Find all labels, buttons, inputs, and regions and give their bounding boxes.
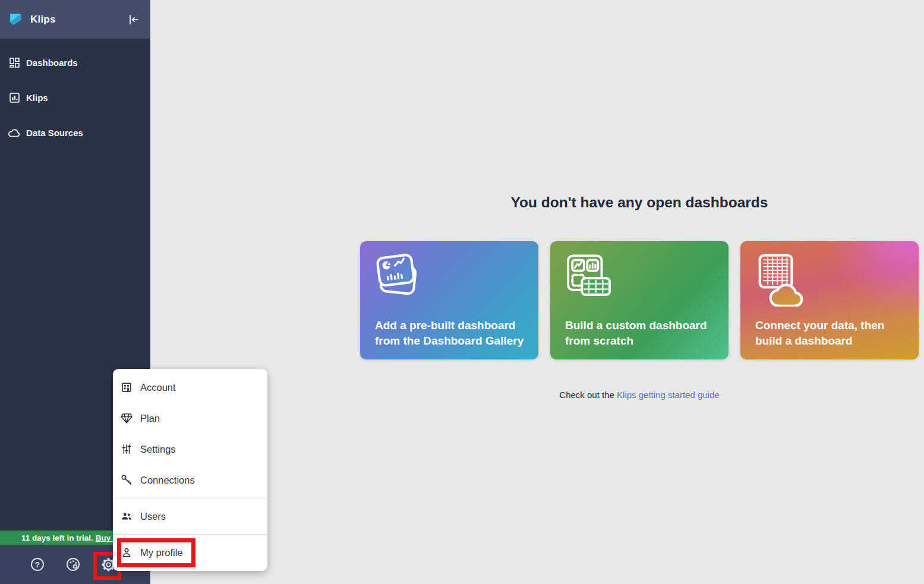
menu-item-label: Users: [140, 511, 166, 522]
menu-item-account[interactable]: Account: [113, 372, 267, 403]
card-label: Build a custom dashboard from scratch: [565, 318, 714, 349]
card-label: Add a pre-built dashboard from the Dashb…: [375, 318, 524, 349]
bar-chart-icon: [8, 91, 21, 105]
sliders-icon: [120, 443, 133, 456]
menu-item-users[interactable]: Users: [113, 501, 267, 532]
menu-item-label: Plan: [140, 413, 160, 424]
note-prefix: Check out the: [559, 390, 617, 400]
getting-started-guide-link[interactable]: Klips getting started guide: [617, 390, 720, 400]
getting-started-note: Check out the Klips getting started guid…: [360, 390, 919, 400]
menu-item-plan[interactable]: Plan: [113, 403, 267, 434]
person-icon: [120, 546, 133, 559]
dashboard-option-cards: Add a pre-built dashboard from the Dashb…: [360, 241, 919, 359]
palette-icon[interactable]: [64, 555, 82, 573]
diamond-icon: [120, 412, 133, 425]
sidebar-item-dashboards[interactable]: Dashboards: [0, 45, 150, 80]
menu-item-settings[interactable]: Settings: [113, 434, 267, 465]
sidebar-item-label: Data Sources: [26, 128, 83, 138]
empty-state-title: You don't have any open dashboards: [360, 194, 919, 211]
building-icon: [120, 381, 133, 394]
sidebar-header: Klips: [0, 0, 150, 39]
menu-item-label: Account: [140, 382, 176, 393]
sidebar-nav: Dashboards Klips Data Sources: [0, 39, 150, 150]
users-icon: [120, 510, 133, 523]
menu-item-label: Settings: [140, 444, 176, 455]
dashboards-grid-icon: [8, 56, 21, 70]
card-label: Connect your data, then build a dashboar…: [755, 318, 904, 349]
menu-item-label: My profile: [140, 547, 183, 558]
gallery-slides-icon: [373, 252, 424, 307]
dashboard-builder-icon: [563, 252, 614, 307]
svg-text:?: ?: [34, 560, 39, 569]
spreadsheet-cloud-icon: [753, 252, 805, 307]
menu-divider: [113, 534, 267, 535]
menu-item-label: Connections: [140, 475, 195, 486]
trial-banner-text: 11 days left in trial.: [21, 534, 93, 542]
card-custom-dashboard[interactable]: Build a custom dashboard from scratch: [550, 241, 729, 359]
cloud-icon: [8, 127, 21, 140]
menu-divider: [113, 498, 267, 498]
sidebar-item-label: Klips: [26, 93, 48, 103]
card-connect-data[interactable]: Connect your data, then build a dashboar…: [740, 241, 919, 359]
sidebar-item-data-sources[interactable]: Data Sources: [0, 115, 150, 150]
help-icon[interactable]: ?: [29, 555, 46, 573]
menu-item-connections[interactable]: Connections: [113, 465, 267, 495]
card-prebuilt-dashboard[interactable]: Add a pre-built dashboard from the Dashb…: [360, 241, 538, 359]
sidebar-item-label: Dashboards: [26, 58, 78, 68]
klips-logo-icon: [9, 12, 23, 26]
key-icon: [120, 473, 133, 487]
sidebar-item-klips[interactable]: Klips: [0, 80, 150, 115]
menu-item-my-profile[interactable]: My profile: [113, 537, 267, 568]
account-popup-menu: Account Plan Settings Conn: [113, 369, 267, 571]
collapse-sidebar-icon[interactable]: [126, 12, 141, 27]
app-title: Klips: [30, 14, 56, 26]
